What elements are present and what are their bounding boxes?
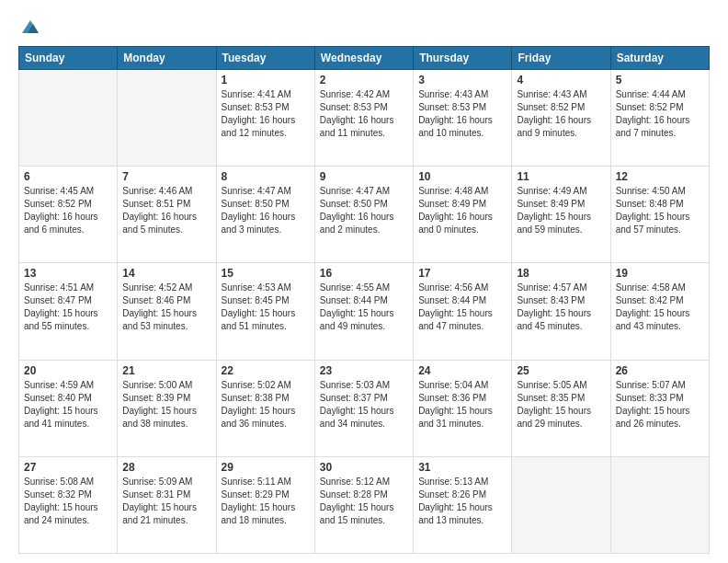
day-number: 4 [517, 74, 605, 86]
day-info: Sunrise: 4:48 AM Sunset: 8:49 PM Dayligh… [418, 185, 506, 236]
calendar-cell: 14Sunrise: 4:52 AM Sunset: 8:46 PM Dayli… [118, 263, 216, 360]
calendar-week-3: 13Sunrise: 4:51 AM Sunset: 8:47 PM Dayli… [19, 263, 710, 360]
calendar-cell: 31Sunrise: 5:13 AM Sunset: 8:26 PM Dayli… [414, 456, 512, 553]
day-number: 26 [616, 364, 704, 377]
day-info: Sunrise: 4:47 AM Sunset: 8:50 PM Dayligh… [320, 185, 408, 236]
day-info: Sunrise: 4:43 AM Sunset: 8:52 PM Dayligh… [517, 88, 605, 140]
calendar-cell [512, 456, 610, 553]
calendar-cell: 17Sunrise: 4:56 AM Sunset: 8:44 PM Dayli… [414, 263, 512, 360]
calendar-week-2: 6Sunrise: 4:45 AM Sunset: 8:52 PM Daylig… [19, 167, 710, 263]
calendar-header-wednesday: Wednesday [314, 47, 413, 70]
day-info: Sunrise: 4:50 AM Sunset: 8:48 PM Dayligh… [616, 185, 704, 236]
calendar-cell: 30Sunrise: 5:12 AM Sunset: 8:28 PM Dayli… [314, 456, 413, 553]
day-info: Sunrise: 5:02 AM Sunset: 8:38 PM Dayligh… [222, 379, 310, 431]
calendar-cell [19, 70, 118, 167]
calendar-week-5: 27Sunrise: 5:08 AM Sunset: 8:32 PM Dayli… [19, 456, 710, 553]
calendar-header-thursday: Thursday [414, 47, 512, 70]
day-info: Sunrise: 4:55 AM Sunset: 8:44 PM Dayligh… [320, 282, 408, 333]
calendar-cell: 13Sunrise: 4:51 AM Sunset: 8:47 PM Dayli… [19, 263, 118, 360]
calendar-cell: 9Sunrise: 4:47 AM Sunset: 8:50 PM Daylig… [314, 167, 413, 263]
day-info: Sunrise: 4:46 AM Sunset: 8:51 PM Dayligh… [122, 185, 210, 236]
day-number: 1 [222, 74, 310, 86]
day-info: Sunrise: 5:05 AM Sunset: 8:35 PM Dayligh… [517, 379, 605, 431]
day-info: Sunrise: 4:41 AM Sunset: 8:53 PM Dayligh… [222, 88, 310, 140]
day-info: Sunrise: 4:47 AM Sunset: 8:50 PM Dayligh… [222, 185, 310, 236]
calendar-cell: 7Sunrise: 4:46 AM Sunset: 8:51 PM Daylig… [118, 167, 216, 263]
calendar-cell: 18Sunrise: 4:57 AM Sunset: 8:43 PM Dayli… [512, 263, 610, 360]
calendar-header-row: SundayMondayTuesdayWednesdayThursdayFrid… [19, 47, 710, 70]
page: SundayMondayTuesdayWednesdayThursdayFrid… [0, 0, 728, 563]
day-number: 27 [24, 461, 112, 474]
calendar-cell: 28Sunrise: 5:09 AM Sunset: 8:31 PM Dayli… [118, 456, 216, 553]
day-info: Sunrise: 5:09 AM Sunset: 8:31 PM Dayligh… [122, 476, 210, 527]
day-number: 25 [517, 364, 605, 377]
logo-icon [20, 17, 40, 37]
day-info: Sunrise: 4:43 AM Sunset: 8:53 PM Dayligh… [418, 88, 506, 140]
day-number: 9 [320, 170, 408, 183]
calendar-cell: 2Sunrise: 4:42 AM Sunset: 8:53 PM Daylig… [314, 70, 413, 167]
day-number: 30 [320, 461, 408, 474]
calendar-cell: 24Sunrise: 5:04 AM Sunset: 8:36 PM Dayli… [414, 360, 512, 456]
calendar-cell: 6Sunrise: 4:45 AM Sunset: 8:52 PM Daylig… [19, 167, 118, 263]
day-info: Sunrise: 5:07 AM Sunset: 8:33 PM Dayligh… [616, 379, 704, 431]
day-number: 15 [222, 267, 310, 280]
day-number: 2 [320, 74, 408, 86]
day-number: 20 [24, 364, 112, 377]
day-info: Sunrise: 5:03 AM Sunset: 8:37 PM Dayligh… [320, 379, 408, 431]
day-number: 23 [320, 364, 408, 377]
day-number: 7 [122, 170, 210, 183]
calendar-cell: 21Sunrise: 5:00 AM Sunset: 8:39 PM Dayli… [118, 360, 216, 456]
day-info: Sunrise: 4:44 AM Sunset: 8:52 PM Dayligh… [616, 88, 704, 140]
day-number: 21 [122, 364, 210, 377]
day-number: 17 [418, 267, 506, 280]
logo [18, 17, 40, 37]
calendar-header-monday: Monday [118, 47, 216, 70]
calendar-cell: 1Sunrise: 4:41 AM Sunset: 8:53 PM Daylig… [216, 70, 314, 167]
calendar-header-saturday: Saturday [610, 47, 709, 70]
day-number: 3 [418, 74, 506, 86]
day-number: 10 [418, 170, 506, 183]
calendar-cell: 5Sunrise: 4:44 AM Sunset: 8:52 PM Daylig… [610, 70, 709, 167]
calendar-cell: 15Sunrise: 4:53 AM Sunset: 8:45 PM Dayli… [216, 263, 314, 360]
day-number: 28 [122, 461, 210, 474]
day-info: Sunrise: 5:08 AM Sunset: 8:32 PM Dayligh… [24, 476, 112, 527]
day-info: Sunrise: 5:11 AM Sunset: 8:29 PM Dayligh… [222, 476, 310, 527]
day-info: Sunrise: 5:04 AM Sunset: 8:36 PM Dayligh… [418, 379, 506, 431]
calendar-cell [610, 456, 709, 553]
day-number: 14 [122, 267, 210, 280]
day-number: 8 [222, 170, 310, 183]
calendar-cell: 4Sunrise: 4:43 AM Sunset: 8:52 PM Daylig… [512, 70, 610, 167]
calendar-week-4: 20Sunrise: 4:59 AM Sunset: 8:40 PM Dayli… [19, 360, 710, 456]
calendar-cell [118, 70, 216, 167]
day-info: Sunrise: 4:57 AM Sunset: 8:43 PM Dayligh… [517, 282, 605, 333]
calendar-cell: 19Sunrise: 4:58 AM Sunset: 8:42 PM Dayli… [610, 263, 709, 360]
calendar-week-1: 1Sunrise: 4:41 AM Sunset: 8:53 PM Daylig… [19, 70, 710, 167]
day-info: Sunrise: 4:59 AM Sunset: 8:40 PM Dayligh… [24, 379, 112, 431]
day-info: Sunrise: 4:52 AM Sunset: 8:46 PM Dayligh… [122, 282, 210, 333]
day-number: 16 [320, 267, 408, 280]
day-info: Sunrise: 4:51 AM Sunset: 8:47 PM Dayligh… [24, 282, 112, 333]
day-info: Sunrise: 5:13 AM Sunset: 8:26 PM Dayligh… [418, 476, 506, 527]
calendar-cell: 25Sunrise: 5:05 AM Sunset: 8:35 PM Dayli… [512, 360, 610, 456]
day-number: 19 [616, 267, 704, 280]
day-info: Sunrise: 4:53 AM Sunset: 8:45 PM Dayligh… [222, 282, 310, 333]
day-number: 13 [24, 267, 112, 280]
calendar-cell: 27Sunrise: 5:08 AM Sunset: 8:32 PM Dayli… [19, 456, 118, 553]
day-number: 29 [222, 461, 310, 474]
day-info: Sunrise: 4:42 AM Sunset: 8:53 PM Dayligh… [320, 88, 408, 140]
calendar-cell: 3Sunrise: 4:43 AM Sunset: 8:53 PM Daylig… [414, 70, 512, 167]
calendar-header-tuesday: Tuesday [216, 47, 314, 70]
day-number: 5 [616, 74, 704, 86]
calendar-table: SundayMondayTuesdayWednesdayThursdayFrid… [18, 46, 710, 554]
calendar-cell: 20Sunrise: 4:59 AM Sunset: 8:40 PM Dayli… [19, 360, 118, 456]
calendar-header-sunday: Sunday [19, 47, 118, 70]
day-number: 12 [616, 170, 704, 183]
calendar-cell: 26Sunrise: 5:07 AM Sunset: 8:33 PM Dayli… [610, 360, 709, 456]
day-info: Sunrise: 4:49 AM Sunset: 8:49 PM Dayligh… [517, 185, 605, 236]
header [18, 17, 710, 37]
day-info: Sunrise: 4:56 AM Sunset: 8:44 PM Dayligh… [418, 282, 506, 333]
day-number: 18 [517, 267, 605, 280]
calendar-cell: 22Sunrise: 5:02 AM Sunset: 8:38 PM Dayli… [216, 360, 314, 456]
calendar-cell: 8Sunrise: 4:47 AM Sunset: 8:50 PM Daylig… [216, 167, 314, 263]
day-number: 22 [222, 364, 310, 377]
